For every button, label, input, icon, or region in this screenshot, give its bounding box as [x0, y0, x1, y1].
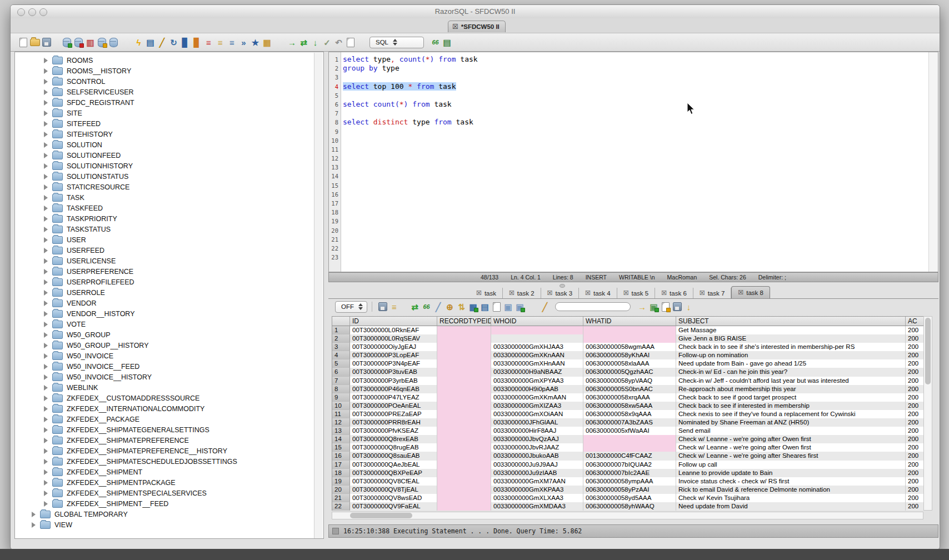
copy-table-icon[interactable]: ▥ [84, 37, 96, 48]
row-number-cell[interactable]: 21 [332, 494, 350, 502]
go-arrow-icon[interactable]: → [636, 301, 648, 313]
cell-ac[interactable]: 200 [906, 402, 924, 410]
editor-line[interactable]: select top 100 * from task [343, 82, 928, 91]
cell-ac[interactable]: 200 [906, 469, 924, 477]
connect-db-icon[interactable] [61, 37, 73, 48]
cell-whoid[interactable]: 0033000000GmXMDAA3 [491, 502, 583, 511]
result-tab[interactable]: ☒task 7 [693, 288, 732, 298]
tree-item-table[interactable]: ZKFEDEX__SHIPMENT__FEED [15, 498, 323, 509]
cell-ac[interactable]: 200 [906, 368, 924, 376]
execute-sql-icon[interactable]: ϟ [133, 37, 144, 48]
cell-ac[interactable]: 200 [906, 502, 924, 511]
result-tab[interactable]: ☒task 3 [541, 288, 580, 298]
disclosure-triangle-icon[interactable] [44, 248, 48, 253]
disclosure-triangle-icon[interactable] [44, 459, 48, 464]
tree-item-table[interactable]: W50_GROUP__HISTORY [15, 340, 323, 351]
disclosure-triangle-icon[interactable] [44, 132, 48, 137]
tree-item-table[interactable]: SELFSERVICEUSER [15, 87, 323, 97]
cell-subject[interactable]: Follow-up on nomination [676, 351, 906, 359]
result-tab[interactable]: ☒task [470, 288, 503, 298]
result-tab[interactable]: ☒task 8 [731, 286, 770, 298]
tree-item-table[interactable]: STATICRESOURCE [15, 182, 323, 192]
cell-recordtypeid[interactable] [437, 427, 491, 435]
tree-item-table[interactable]: ZKFEDEX__SHIPMENTPACKAGE [15, 477, 323, 488]
tree-item-table[interactable]: ZKFEDEX__PACKAGE [15, 414, 323, 424]
row-number-cell[interactable]: 7 [332, 377, 350, 385]
cell-recordtypeid[interactable] [437, 334, 491, 343]
cell-whoid[interactable]: 0033000000GmXOiAAN [491, 410, 583, 418]
tree-item-table[interactable]: ZKFEDEX__SHIPMATEPREFERENCE [15, 435, 323, 446]
cell-whoid[interactable]: 0033000000GmXM7AAN [491, 477, 583, 486]
tree-item-table[interactable]: ZKFEDEX__INTERNATIONALCOMMODITY [15, 403, 323, 414]
cell-recordtypeid[interactable] [437, 410, 491, 418]
cell-recordtypeid[interactable] [437, 461, 491, 469]
export-list-icon[interactable]: ≡ [214, 37, 226, 48]
row-number-cell[interactable]: 11 [332, 410, 350, 418]
disclosure-triangle-icon[interactable] [44, 58, 48, 63]
column-header[interactable]: SUBJECT [676, 317, 906, 326]
disclosure-triangle-icon[interactable] [44, 142, 48, 148]
cell-subject[interactable]: Check nexis to see if they've found a re… [676, 410, 906, 418]
cell-ac[interactable]: 200 [906, 494, 924, 502]
row-number-cell[interactable]: 12 [332, 418, 350, 427]
tree-item-table[interactable]: SITE [15, 108, 323, 118]
row-number-cell[interactable]: 18 [332, 469, 350, 477]
disclosure-triangle-icon[interactable] [44, 417, 48, 422]
disclosure-triangle-icon[interactable] [44, 121, 48, 127]
editor-line[interactable] [343, 208, 928, 217]
cell-ac[interactable]: 200 [906, 351, 924, 359]
view-glasses-icon[interactable]: 66 [421, 301, 432, 313]
cell-subject[interactable]: Need update from Bain - gave go ahead 1/… [676, 359, 906, 368]
tree-item-table[interactable]: ZKFEDEX__SHIPMATEGENERALSETTINGS [15, 424, 323, 435]
download-icon[interactable]: ↓ [683, 301, 695, 313]
disclosure-triangle-icon[interactable] [44, 396, 48, 401]
sql-editor-lines[interactable]: select type, count(*) from taskgroup by … [343, 55, 928, 262]
column-header[interactable]: WHOID [491, 317, 583, 326]
tree-item-table[interactable]: USER [15, 234, 323, 245]
editor-line[interactable] [343, 253, 928, 262]
editor-line[interactable]: select count(*) from task [343, 100, 928, 109]
editor-scrollbar[interactable] [928, 52, 938, 272]
row-number-cell[interactable]: 15 [332, 443, 350, 452]
editor-line[interactable]: group by type [343, 64, 928, 73]
results-list-icon[interactable]: ▤ [441, 37, 453, 48]
disclosure-triangle-icon[interactable] [44, 237, 48, 243]
cell-id[interactable]: 00T3000000POeAnEAL [350, 402, 437, 410]
close-result-tab-icon[interactable]: ☒ [700, 289, 705, 297]
close-result-tab-icon[interactable]: ☒ [585, 289, 591, 297]
tree-item-table[interactable]: ROOMS__HISTORY [15, 66, 323, 76]
cell-recordtypeid[interactable] [437, 402, 491, 410]
cell-subject[interactable]: Follow up call [676, 461, 906, 469]
cell-subject[interactable]: Send email [676, 427, 906, 435]
fetch-more-icon[interactable]: ↓ [309, 37, 321, 48]
tree-item-table[interactable]: TASKPRIORITY [15, 213, 323, 224]
tree-item-table[interactable]: SITEFEED [15, 118, 323, 129]
cell-whatid[interactable]: 006300000058xw5AAA [583, 402, 676, 410]
cell-whatid[interactable]: 006300000058yPzAAI [583, 486, 676, 494]
save-results-icon[interactable] [377, 301, 388, 313]
disclosure-triangle-icon[interactable] [44, 501, 48, 507]
editor-line[interactable] [343, 226, 928, 235]
filter-results-icon[interactable]: ≡ [388, 301, 400, 313]
edit-table-icon[interactable]: ╱ [156, 37, 168, 48]
result-tab[interactable]: ☒task 4 [579, 288, 617, 298]
tree-item-table[interactable]: VENDOR [15, 298, 323, 308]
cell-id[interactable]: 00T3000000PRR8rEAH [350, 418, 437, 427]
disclosure-triangle-icon[interactable] [44, 227, 48, 232]
tree-item-table[interactable]: WEBLINK [15, 382, 323, 393]
refresh-table-icon[interactable]: ↻ [168, 37, 179, 48]
sql-editor[interactable]: 1234567891011121314151617181920212223 se… [328, 52, 938, 272]
row-number-cell[interactable]: 14 [332, 435, 350, 443]
results-vertical-scrollbar-thumb[interactable] [925, 318, 931, 384]
format-sql-icon[interactable]: ≡ [226, 37, 238, 48]
cell-ac[interactable]: 200 [906, 418, 924, 427]
cell-id[interactable]: 00T3000000Q8rexEAB [350, 435, 437, 443]
refresh-results-icon[interactable]: ⇄ [409, 301, 421, 313]
cell-id[interactable]: 00T3000000P3tuvEAB [350, 368, 437, 376]
cell-subject[interactable]: Re-approach about membership this year [676, 385, 906, 393]
tree-item-table[interactable]: SOLUTION [15, 139, 323, 150]
cell-subject[interactable]: Check back to see if good target prospec… [676, 393, 906, 402]
rollback-icon[interactable]: ↶ [333, 37, 344, 48]
row-number-cell[interactable]: 9 [332, 393, 350, 402]
cell-whoid[interactable]: 0033000000H9aNBAAZ [491, 368, 583, 376]
